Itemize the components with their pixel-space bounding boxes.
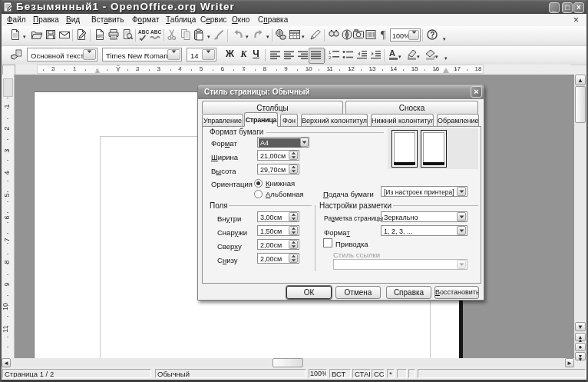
- svg-text:ABC: ABC: [138, 29, 149, 35]
- svg-text:PDF: PDF: [97, 35, 104, 38]
- svg-text:А: А: [389, 48, 395, 58]
- svg-text:?: ?: [430, 31, 434, 39]
- svg-text:ABC: ABC: [150, 29, 161, 35]
- svg-text:¶: ¶: [381, 29, 386, 41]
- svg-text:2: 2: [329, 55, 332, 60]
- svg-text:1: 1: [329, 50, 332, 55]
